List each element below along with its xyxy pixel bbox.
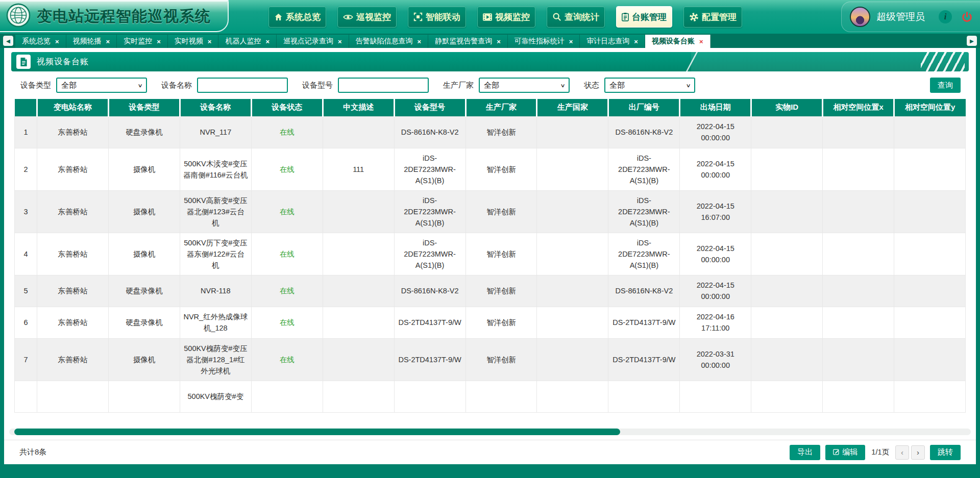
tab-close-icon[interactable]: × bbox=[106, 38, 110, 45]
tabs-container: 系统总览×视频轮播×实时监控×实时视频×机器人监控×巡视点记录查询×告警缺陷信息… bbox=[15, 35, 710, 48]
cell-serial: iDS-2DE7223MWR-A(S1)(B) bbox=[608, 233, 680, 275]
cell-station: 东善桥站 bbox=[37, 307, 109, 338]
table-row[interactable]: 6东善桥站硬盘录像机NVR_红外热成像球机_128在线DS-2TD4137T-9… bbox=[15, 307, 966, 338]
cell-pid bbox=[751, 233, 823, 275]
cell-maker: 智洋创新 bbox=[465, 275, 537, 307]
info-icon[interactable]: i bbox=[939, 10, 952, 23]
nav-config-management[interactable]: 配置管理 bbox=[683, 6, 742, 28]
manufacturer-value: 全部 bbox=[484, 81, 499, 90]
cell-country bbox=[537, 381, 608, 412]
tab-scroll-left-icon[interactable]: ◄ bbox=[3, 36, 13, 46]
column-header: 生产厂家 bbox=[465, 99, 537, 116]
device-type-select[interactable]: 全部 ∨ bbox=[56, 78, 147, 93]
tab-close-icon[interactable]: × bbox=[265, 38, 270, 45]
cell-country bbox=[537, 275, 608, 307]
tab-close-icon[interactable]: × bbox=[55, 38, 59, 45]
cell-no: 7 bbox=[15, 338, 37, 381]
cell-name: 500KV历下变#变压器东侧#122#云台机 bbox=[180, 233, 251, 275]
scrollbar-thumb[interactable] bbox=[14, 429, 620, 435]
edit-button[interactable]: 编辑 bbox=[825, 445, 865, 460]
footer-bar: 共计8条 导出 编辑 1/1页 ‹ › 跳转 bbox=[4, 440, 976, 464]
logout-power-icon[interactable] bbox=[961, 11, 973, 23]
pager: ‹ › bbox=[895, 445, 925, 460]
tab-audit-log-query[interactable]: 审计日志查询× bbox=[580, 35, 645, 48]
page-title: 视频设备台账 bbox=[37, 57, 89, 67]
cell-y bbox=[894, 307, 966, 338]
prev-page-button[interactable]: ‹ bbox=[895, 445, 909, 460]
tab-video-carousel[interactable]: 视频轮播× bbox=[66, 35, 117, 48]
table-row[interactable]: 500KV槐荫变#变 bbox=[15, 381, 966, 412]
cell-pid bbox=[751, 116, 823, 148]
page-title-bar: 视频设备台账 bbox=[11, 52, 969, 71]
table-row[interactable]: 3东善桥站摄像机500KV高新变#变压器北侧#123#云台机在线iDS-2DE7… bbox=[15, 190, 966, 233]
tab-reliability-stats[interactable]: 可靠性指标统计× bbox=[508, 35, 580, 48]
cell-model: DS-2TD4137T-9/W bbox=[394, 307, 465, 338]
tab-silent-monitor-alarm-query[interactable]: 静默监视告警查询× bbox=[428, 35, 508, 48]
app-title: 变电站远程智能巡视系统 bbox=[37, 6, 211, 27]
tab-close-icon[interactable]: × bbox=[208, 38, 212, 45]
cell-serial bbox=[608, 381, 680, 412]
next-page-button[interactable]: › bbox=[911, 445, 925, 460]
tab-close-icon[interactable]: × bbox=[569, 38, 573, 45]
cell-serial: DS-8616N-K8-V2 bbox=[608, 275, 680, 307]
table-row[interactable]: 4东善桥站摄像机500KV历下变#变压器东侧#122#云台机在线iDS-2DE7… bbox=[15, 233, 966, 275]
status-select[interactable]: 全部 ∨ bbox=[604, 78, 695, 93]
tab-video-device-ledger[interactable]: 视频设备台账× bbox=[645, 35, 710, 48]
nav-ledger-management[interactable]: 台账管理 bbox=[616, 6, 672, 28]
cell-no: 3 bbox=[15, 190, 37, 233]
tab-robot-monitor[interactable]: 机器人监控× bbox=[218, 35, 277, 48]
tab-close-icon[interactable]: × bbox=[634, 38, 638, 45]
cell-maker: 智洋创新 bbox=[465, 190, 537, 233]
manufacturer-select[interactable]: 全部 ∨ bbox=[479, 78, 570, 93]
table-row[interactable]: 2东善桥站摄像机500KV木渎变#变压器南侧#116#云台机在线111iDS-2… bbox=[15, 148, 966, 190]
nav-query-stats[interactable]: 查询统计 bbox=[547, 6, 605, 28]
tab-close-icon[interactable]: × bbox=[338, 38, 342, 45]
tab-close-icon[interactable]: × bbox=[157, 38, 161, 45]
tab-close-icon[interactable]: × bbox=[497, 38, 501, 45]
cell-status: 在线 bbox=[251, 190, 323, 233]
tab-close-icon[interactable]: × bbox=[699, 38, 703, 45]
table-body: 1东善桥站硬盘录像机NVR_117在线DS-8616N-K8-V2智洋创新DS-… bbox=[15, 116, 966, 412]
tab-realtime-monitor[interactable]: 实时监控× bbox=[117, 35, 168, 48]
nav-system-overview[interactable]: 系统总览 bbox=[268, 6, 326, 28]
tab-patrol-record-query[interactable]: 巡视点记录查询× bbox=[277, 35, 349, 48]
tab-alarm-defect-query[interactable]: 告警缺陷信息查询× bbox=[349, 35, 429, 48]
cell-no: 6 bbox=[15, 307, 37, 338]
avatar[interactable] bbox=[850, 7, 870, 27]
cell-maker: 智洋创新 bbox=[465, 233, 537, 275]
nav-patrol-monitor[interactable]: 巡视监控 bbox=[337, 6, 397, 28]
table-row[interactable]: 7东善桥站摄像机500KV槐荫变#变压器北侧#128_1#红外光球机在线DS-2… bbox=[15, 338, 966, 381]
edit-icon bbox=[833, 448, 840, 457]
cell-pid bbox=[751, 148, 823, 190]
cell-station: 东善桥站 bbox=[37, 190, 109, 233]
jump-button[interactable]: 跳转 bbox=[930, 445, 961, 460]
query-button[interactable]: 查询 bbox=[930, 78, 961, 93]
eye-icon bbox=[343, 13, 353, 21]
cell-status: 在线 bbox=[251, 338, 323, 381]
export-button[interactable]: 导出 bbox=[790, 445, 820, 460]
table-row[interactable]: 1东善桥站硬盘录像机NVR_117在线DS-8616N-K8-V2智洋创新DS-… bbox=[15, 116, 966, 148]
tab-close-icon[interactable]: × bbox=[418, 38, 422, 45]
linkage-icon bbox=[413, 12, 423, 21]
horizontal-scrollbar[interactable] bbox=[9, 429, 971, 435]
gear-icon bbox=[689, 12, 699, 22]
tab-realtime-video[interactable]: 实时视频× bbox=[168, 35, 219, 48]
main-nav: 系统总览巡视监控智能联动视频监控查询统计台账管理配置管理 bbox=[268, 6, 742, 28]
tab-system-overview[interactable]: 系统总览× bbox=[15, 35, 66, 48]
cell-desc bbox=[323, 116, 394, 148]
nav-smart-linkage[interactable]: 智能联动 bbox=[408, 6, 466, 28]
device-model-input[interactable] bbox=[338, 78, 429, 93]
tab-scroll-right-icon[interactable]: ► bbox=[967, 36, 977, 46]
cell-date bbox=[680, 381, 751, 412]
device-name-input[interactable] bbox=[197, 78, 288, 93]
cell-pid bbox=[751, 275, 823, 307]
table-row[interactable]: 5东善桥站硬盘录像机NVR-118在线DS-8616N-K8-V2智洋创新DS-… bbox=[15, 275, 966, 307]
cell-type: 摄像机 bbox=[108, 190, 180, 233]
total-count: 共计8条 bbox=[19, 447, 46, 457]
column-header bbox=[15, 99, 37, 116]
column-header: 出厂编号 bbox=[608, 99, 680, 116]
cell-x bbox=[823, 148, 894, 190]
chevron-down-icon: ∨ bbox=[685, 83, 691, 88]
manufacturer-label: 生产厂家 bbox=[443, 81, 474, 90]
nav-video-monitor[interactable]: 视频监控 bbox=[477, 6, 535, 28]
